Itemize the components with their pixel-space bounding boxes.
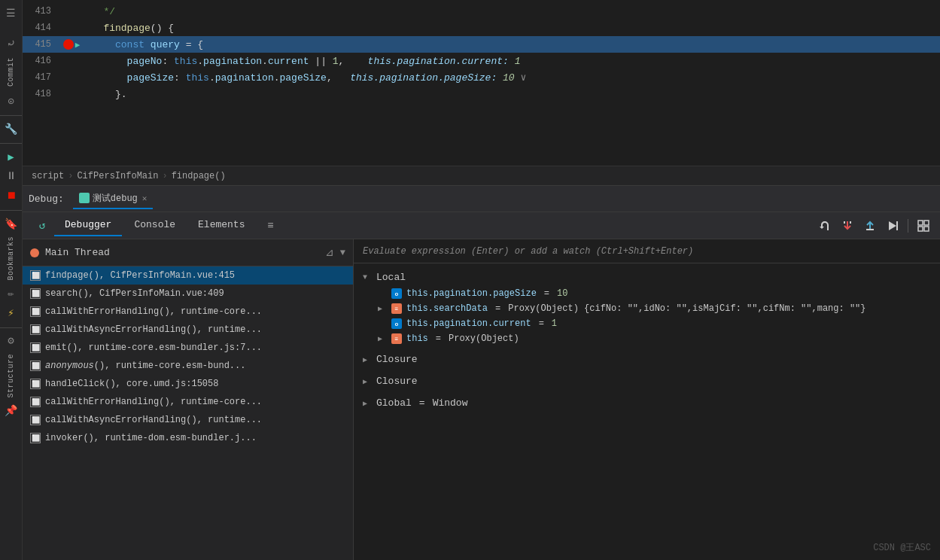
- local-header[interactable]: Local: [354, 269, 940, 286]
- breadcrumb-script[interactable]: script: [32, 171, 64, 181]
- debug-label: Debug:: [29, 193, 64, 205]
- stack-text-1: search(), CifPersInfoMain.vue:409: [45, 288, 345, 299]
- stack-text-3: callWithAsyncErrorHandling(), runtime...: [45, 324, 345, 335]
- sidebar: ☰ ⤾ Commit ⊙ 🔧 ▶ ⏸ ⏹ 🔖 Bookmarks ✏ ⚡ ⚙ S…: [0, 0, 23, 560]
- stack-item-0[interactable]: ⬜ findpage(), CifPersInfoMain.vue:415: [23, 266, 353, 285]
- closure2-label: Closure: [376, 376, 418, 387]
- tabs-row: ↺ Debugger Console Elements ≡: [23, 212, 940, 239]
- stack-item-2[interactable]: ⬜ callWithErrorHandling(), runtime-core.…: [23, 303, 353, 321]
- breadcrumb-component[interactable]: CifPersInfoMain: [77, 171, 158, 181]
- debug-controls: [814, 215, 934, 236]
- step-out-btn[interactable]: [859, 215, 881, 236]
- code-lines: 413 */ 414 findpage() { 415 ▶ const quer…: [23, 0, 940, 102]
- debug-tab[interactable]: 测试debug ✕: [73, 189, 154, 209]
- sidebar-icon-pencil[interactable]: ✏: [2, 284, 21, 303]
- var-pagination-pagesize[interactable]: ▶ o this.pagination.pageSize = 10: [354, 286, 940, 301]
- watermark: CSDN @王ASC: [873, 541, 931, 554]
- sidebar-icon-pause[interactable]: ⏸: [2, 166, 21, 186]
- refresh-icon-btn[interactable]: ↺: [32, 215, 53, 236]
- stack-item-3[interactable]: ⬜ callWithAsyncErrorHandling(), runtime.…: [23, 321, 353, 339]
- var-icon-0: o: [391, 288, 402, 299]
- stack-icon-0: ⬜: [30, 270, 41, 281]
- var-this[interactable]: ≡ this = Proxy(Object): [354, 331, 940, 346]
- sidebar-icon-gear[interactable]: ⚙: [2, 331, 21, 351]
- expression-bar[interactable]: Evaluate expression (Enter) or add a wat…: [354, 239, 940, 263]
- toolbar-sep: [908, 219, 908, 233]
- stack-item-4[interactable]: ⬜ emit(), runtime-core.esm-bundler.js:7.…: [23, 339, 353, 357]
- svg-rect-0: [918, 221, 923, 225]
- breakpoint-415[interactable]: [63, 39, 74, 50]
- tab-console[interactable]: Console: [123, 215, 186, 236]
- tab-list-icon[interactable]: ≡: [260, 215, 281, 236]
- stack-icon-7: ⬜: [30, 397, 41, 407]
- debug-close-btn[interactable]: ✕: [142, 193, 148, 203]
- breadcrumb: script › CifPersInfoMain › findpage(): [23, 166, 940, 185]
- breadcrumb-method[interactable]: findpage(): [172, 171, 226, 181]
- stack-item-8[interactable]: ⬜ callWithAsyncErrorHandling(), runtime.…: [23, 411, 353, 429]
- sidebar-icon-stop[interactable]: ⏹: [2, 186, 21, 205]
- global-header[interactable]: Global = Window: [354, 394, 940, 412]
- var-pagination-current[interactable]: ▶ o this.pagination.current = 1: [354, 316, 940, 331]
- sidebar-icon-git[interactable]: ⊙: [2, 91, 21, 111]
- stack-icon-1: ⬜: [30, 288, 41, 299]
- code-line-417: 417 pageSize: this.pagination.pageSize, …: [23, 69, 940, 86]
- tab-elements[interactable]: Elements: [187, 215, 255, 236]
- line-num-415: 415: [23, 39, 60, 50]
- var-name-2: this.pagination.current: [406, 318, 531, 329]
- filter-icon[interactable]: ⊿: [325, 246, 334, 259]
- stack-item-5[interactable]: ⬜ anonymous(), runtime-core.esm-bund...: [23, 357, 353, 375]
- stack-icon-6: ⬜: [30, 379, 41, 389]
- stack-text-6: handleClick(), core.umd.js:15058: [45, 379, 345, 389]
- sidebar-icon-bookmark[interactable]: 🔖: [2, 214, 21, 233]
- thread-header: Main Thread ⊿ ▼: [23, 239, 353, 266]
- stack-text-8: callWithAsyncErrorHandling(), runtime...: [45, 415, 345, 425]
- line-num-413: 413: [23, 6, 60, 17]
- stack-item-6[interactable]: ⬜ handleClick(), core.umd.js:15058: [23, 375, 353, 393]
- call-stack-list: ⬜ findpage(), CifPersInfoMain.vue:415 ⬜ …: [23, 266, 353, 560]
- closure1-header[interactable]: Closure: [354, 351, 940, 368]
- code-content-414: findpage() {: [83, 23, 940, 34]
- main-area: 413 */ 414 findpage() { 415 ▶ const quer…: [23, 0, 940, 560]
- thread-chevron[interactable]: ▼: [340, 248, 345, 258]
- code-line-416: 416 pageNo: this.pagination.current || 1…: [23, 53, 940, 69]
- line-num-417: 417: [23, 72, 60, 83]
- debugger-panels: Main Thread ⊿ ▼ ⬜ findpage(), CifPersInf…: [23, 239, 940, 560]
- sidebar-icon-menu[interactable]: ☰: [2, 3, 21, 23]
- var-expand-1[interactable]: [378, 304, 387, 313]
- step-over-btn[interactable]: [814, 215, 835, 236]
- var-value-2: 1: [552, 318, 557, 329]
- sidebar-icon-play[interactable]: ▶: [2, 147, 21, 166]
- gutter-415: ▶: [60, 39, 83, 50]
- var-expand-3[interactable]: [378, 334, 387, 343]
- thread-name: Main Thread: [45, 247, 319, 258]
- stack-text-7: callWithErrorHandling(), runtime-core...: [45, 397, 345, 407]
- stack-icon-9: ⬜: [30, 433, 41, 443]
- local-label: Local: [376, 272, 406, 283]
- variables-panel: Evaluate expression (Enter) or add a wat…: [354, 239, 940, 560]
- sidebar-icon-wrench[interactable]: 🔧: [2, 119, 21, 138]
- stack-icon-5: ⬜: [30, 361, 41, 371]
- var-searchdata[interactable]: ≡ this.searchData = Proxy(Object) {cifNo…: [354, 301, 940, 316]
- sidebar-icon-pin[interactable]: 📌: [2, 400, 21, 420]
- tab-debugger[interactable]: Debugger: [54, 215, 122, 236]
- local-section: Local ▶ o this.pagination.pageSize = 10 …: [354, 266, 940, 348]
- grid-view-btn[interactable]: [913, 215, 934, 236]
- stack-icon-8: ⬜: [30, 415, 41, 425]
- closure2-header[interactable]: Closure: [354, 373, 940, 390]
- stack-item-9[interactable]: ⬜ invoker(), runtime-dom.esm-bundler.j..…: [23, 429, 353, 447]
- thread-status-dot: [30, 248, 39, 257]
- var-value-0: 10: [557, 288, 567, 299]
- code-line-415: 415 ▶ const query = {: [23, 36, 940, 53]
- line-num-414: 414: [23, 23, 60, 33]
- sidebar-icon-commit[interactable]: ⤾: [2, 33, 21, 53]
- sidebar-commit-label: Commit: [7, 54, 15, 90]
- stack-text-4: emit(), runtime-core.esm-bundler.js:7...: [45, 342, 345, 353]
- run-to-cursor-btn[interactable]: [882, 215, 903, 236]
- sidebar-icon-lightning[interactable]: ⚡: [2, 303, 21, 323]
- stack-item-1[interactable]: ⬜ search(), CifPersInfoMain.vue:409: [23, 285, 353, 303]
- global-expand-arrow: [363, 399, 372, 408]
- var-value-1: Proxy(Object) {cifNo: "",idNo: "",isMajC…: [508, 303, 865, 314]
- stack-item-7[interactable]: ⬜ callWithErrorHandling(), runtime-core.…: [23, 393, 353, 411]
- step-into-btn[interactable]: [837, 215, 858, 236]
- code-content-415: const query = {: [83, 39, 940, 50]
